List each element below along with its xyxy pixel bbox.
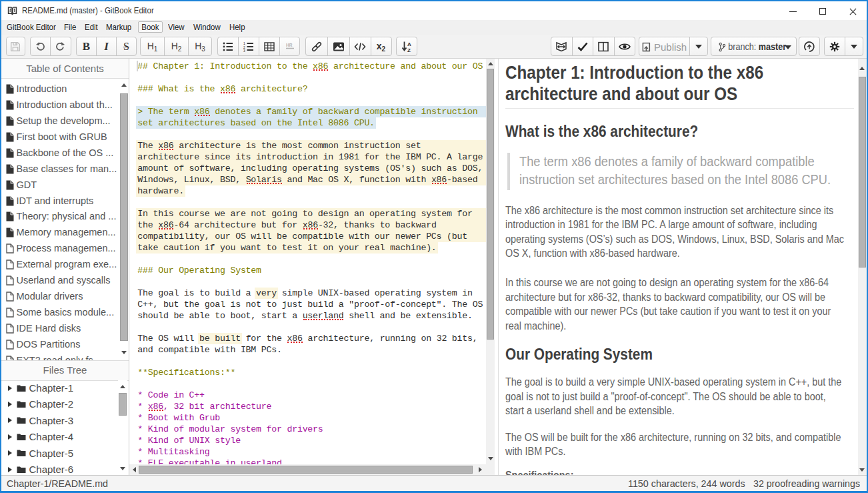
svg-text:Z: Z (407, 47, 411, 52)
svg-text:A: A (407, 41, 411, 47)
svg-text:HR: HR (286, 43, 293, 47)
svg-text:3: 3 (243, 49, 245, 52)
